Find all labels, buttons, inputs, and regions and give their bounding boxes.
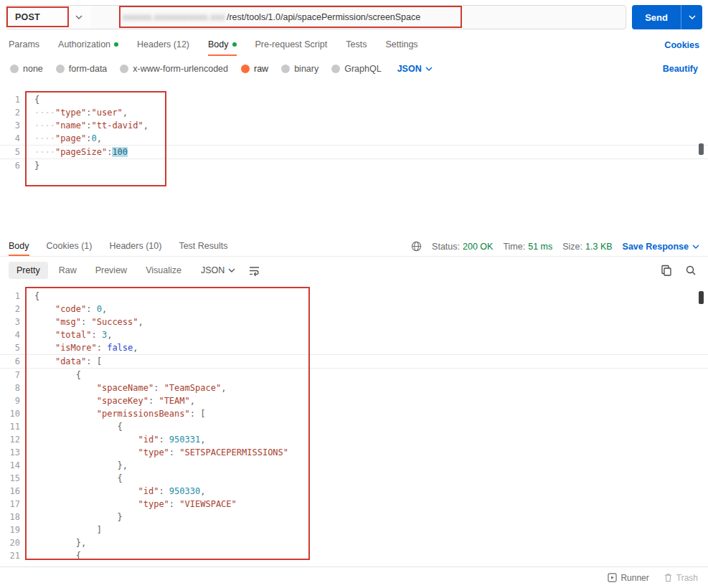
chevron-down-icon — [425, 67, 433, 71]
url-visible-text: /rest/tools/1.0/api/spacePermission/scre… — [227, 12, 420, 22]
view-visualize[interactable]: Visualize — [138, 262, 189, 279]
meta-value: 1.3 KB — [585, 242, 613, 252]
response-toolbar: Pretty Raw Preview Visualize JSON — [0, 257, 708, 284]
mode-label: none — [23, 64, 43, 74]
line-number: 6 — [0, 355, 32, 368]
tab-params[interactable]: Params — [9, 34, 39, 56]
view-pretty[interactable]: Pretty — [9, 262, 48, 279]
code-line: 15 { — [0, 472, 708, 485]
save-response-button[interactable]: Save Response — [623, 242, 699, 252]
tab-headers[interactable]: Headers (12) — [137, 34, 189, 56]
runner-button[interactable]: Runner — [608, 573, 648, 583]
code-line: 2 "code": 0, — [0, 303, 708, 316]
copy-icon[interactable] — [658, 262, 675, 279]
method-select[interactable]: POST — [6, 6, 91, 29]
mode-form-data[interactable]: form-data — [56, 64, 108, 74]
tab-body[interactable]: Body — [208, 34, 237, 56]
tab-label: Authorization — [58, 39, 110, 49]
cookies-link[interactable]: Cookies — [664, 40, 699, 50]
mode-none[interactable]: none — [10, 64, 43, 74]
response-size: Size: 1.3 KB — [562, 242, 612, 252]
tab-label: Tests — [346, 39, 367, 49]
runner-label: Runner — [620, 573, 648, 583]
mode-binary[interactable]: binary — [281, 64, 318, 74]
meta-value: 200 OK — [463, 242, 493, 252]
line-number: 12 — [0, 433, 32, 446]
line-number: 4 — [0, 132, 32, 145]
send-button[interactable]: Send — [632, 5, 681, 29]
line-number: 14 — [0, 459, 32, 472]
code-line: 6} — [0, 159, 708, 172]
response-tab-test-results[interactable]: Test Results — [179, 237, 227, 256]
code-line: 16 "id": 950330, — [0, 485, 708, 498]
request-url-bar: POST xxxxxx.xxxxxxxxxxx.xxx /rest/tools/… — [0, 0, 708, 34]
beautify-link[interactable]: Beautify — [663, 64, 698, 74]
request-code-lines: 1{2····"type":"user",3····"name":"tt-dav… — [0, 93, 708, 172]
meta-label: Time: — [503, 242, 525, 252]
line-number: 2 — [0, 106, 32, 119]
url-input[interactable]: xxxxxx.xxxxxxxxxxx.xxx /rest/tools/1.0/a… — [91, 6, 626, 29]
code-line: 11 { — [0, 420, 708, 433]
line-number: 1 — [0, 290, 32, 303]
line-number: 13 — [0, 446, 32, 459]
radio-icon — [241, 65, 250, 73]
tab-label: Body — [9, 241, 29, 251]
line-number: 2 — [0, 303, 32, 316]
scrollbar-thumb[interactable] — [699, 143, 704, 155]
trash-button[interactable]: Trash — [664, 573, 698, 583]
view-preview[interactable]: Preview — [88, 262, 135, 279]
line-number: 1 — [0, 93, 32, 106]
tab-pre-request-script[interactable]: Pre-request Script — [255, 34, 328, 56]
response-body-editor[interactable]: 1{2 "code": 0,3 "msg": "Success",4 "tota… — [0, 284, 708, 566]
line-number: 17 — [0, 498, 32, 511]
line-number: 4 — [0, 328, 32, 341]
mode-label: raw — [254, 64, 268, 74]
scrollbar-thumb[interactable] — [699, 291, 704, 304]
mode-graphql[interactable]: GraphQL — [331, 64, 381, 74]
save-response-label: Save Response — [623, 242, 689, 252]
response-meta: Status: 200 OK Time: 51 ms Size: 1.3 KB … — [411, 237, 699, 256]
response-language-select[interactable]: JSON — [201, 265, 235, 275]
line-number: 19 — [0, 523, 32, 536]
globe-icon — [411, 241, 422, 252]
wrap-text-icon[interactable] — [245, 262, 263, 279]
tab-tests[interactable]: Tests — [346, 34, 367, 56]
request-body-editor[interactable]: 1{2····"type":"user",3····"name":"tt-dav… — [0, 82, 708, 228]
send-options-button[interactable] — [681, 5, 702, 29]
search-icon[interactable] — [682, 262, 699, 279]
mode-x-www-form-urlencoded[interactable]: x-www-form-urlencoded — [120, 64, 228, 74]
response-tab-headers[interactable]: Headers (10) — [109, 237, 161, 256]
status-dot — [232, 42, 237, 47]
response-code-lines: 1{2 "code": 0,3 "msg": "Success",4 "tota… — [0, 290, 708, 562]
code-line: 19 ] — [0, 523, 708, 536]
code-line: 3····"name":"tt-david", — [0, 119, 708, 132]
mode-raw[interactable]: raw — [241, 64, 268, 74]
line-number: 21 — [0, 549, 32, 562]
line-number: 6 — [0, 159, 32, 172]
status-dot — [114, 42, 118, 47]
code-line: 8 "spaceName": "TeamSpace", — [0, 381, 708, 394]
footer-bar: Runner Trash — [0, 566, 708, 588]
view-raw[interactable]: Raw — [51, 262, 85, 279]
method-url-group: POST xxxxxx.xxxxxxxxxxx.xxx /rest/tools/… — [6, 5, 626, 29]
response-actions — [658, 262, 699, 279]
meta-label: Size: — [562, 242, 582, 252]
view-label: Preview — [95, 265, 127, 275]
code-line: 12 "id": 950331, — [0, 433, 708, 446]
line-number: 3 — [0, 119, 32, 132]
runner-icon — [608, 573, 617, 582]
body-language-select[interactable]: JSON — [397, 64, 433, 74]
code-line: 3 "msg": "Success", — [0, 316, 708, 328]
response-tab-body[interactable]: Body — [9, 237, 29, 256]
mode-label: form-data — [69, 64, 108, 74]
tab-authorization[interactable]: Authorization — [58, 34, 118, 56]
tab-label: Cookies (1) — [47, 241, 93, 251]
code-line: 13 "type": "SETSPACEPERMISSIONS" — [0, 446, 708, 459]
code-line: 18 } — [0, 511, 708, 523]
response-tab-cookies[interactable]: Cookies (1) — [47, 237, 93, 256]
body-mode-row: none form-data x-www-form-urlencoded raw… — [0, 56, 708, 82]
line-number: 3 — [0, 316, 32, 328]
tab-settings[interactable]: Settings — [385, 34, 417, 56]
line-number: 9 — [0, 394, 32, 407]
view-label: Visualize — [146, 265, 181, 275]
